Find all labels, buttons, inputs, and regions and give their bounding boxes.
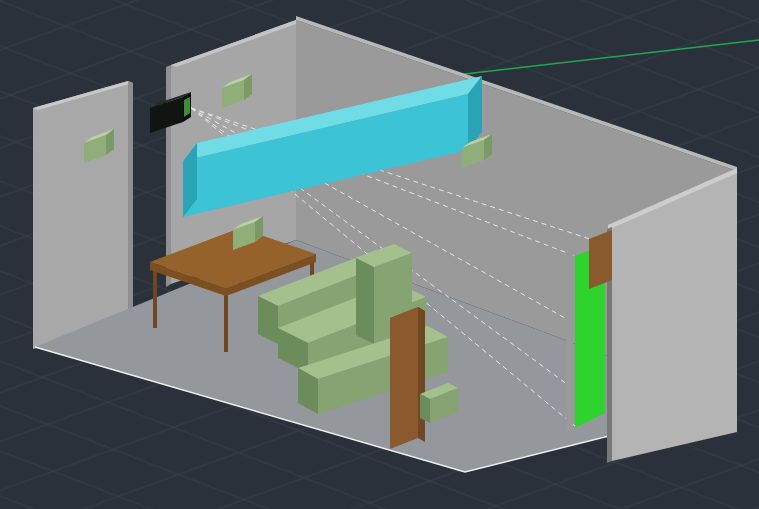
side-slab[interactable] (390, 307, 425, 449)
slab-side[interactable] (418, 307, 425, 442)
left-wall-panel-edge[interactable] (128, 81, 133, 324)
cad-viewport[interactable] (0, 0, 759, 509)
table-leg[interactable] (224, 294, 228, 352)
scene-canvas[interactable] (0, 0, 759, 509)
door-frame-post[interactable] (566, 246, 573, 432)
corner-panel-side[interactable] (356, 258, 374, 344)
slab-front[interactable] (390, 307, 418, 449)
left-wall-panel-face[interactable] (33, 81, 128, 349)
door-frame-header[interactable] (589, 230, 612, 289)
back-left-wall-edge[interactable] (166, 65, 171, 287)
side-box-side[interactable] (420, 394, 430, 423)
table-leg[interactable] (153, 266, 157, 328)
left-wall-panel[interactable] (33, 81, 133, 349)
